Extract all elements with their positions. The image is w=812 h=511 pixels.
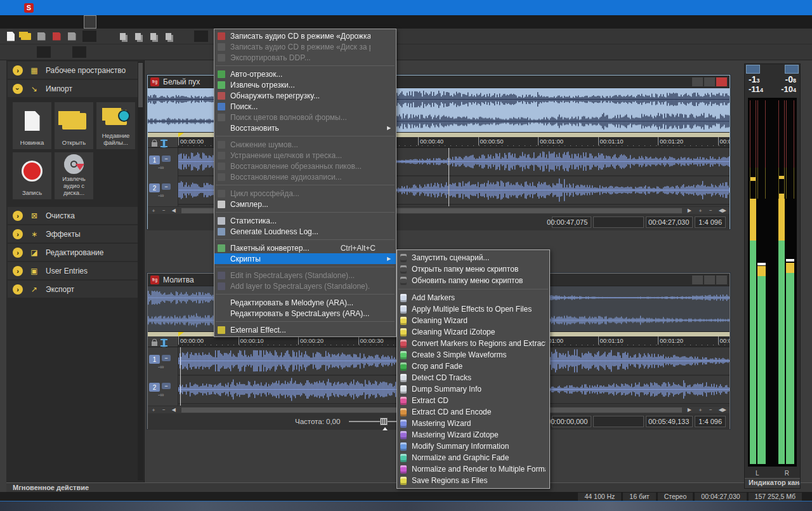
lock-icon[interactable] bbox=[152, 142, 157, 147]
submenu-item[interactable]: Mastering Wizard iZotope bbox=[397, 429, 549, 441]
import-tile[interactable]: Недавние файлы... bbox=[96, 102, 135, 149]
menubar-item[interactable] bbox=[61, 15, 72, 29]
menu-item[interactable] bbox=[216, 294, 395, 295]
menubar-item[interactable] bbox=[49, 15, 61, 29]
menu-item[interactable]: Восстановление обрезанных пиков... bbox=[214, 161, 396, 171]
submenu-item[interactable]: Dump Summary Info bbox=[397, 383, 549, 395]
menubar-item[interactable] bbox=[15, 15, 27, 29]
transport-icon[interactable] bbox=[121, 46, 134, 58]
submenu-item[interactable]: Запустить сценарий... bbox=[397, 252, 549, 263]
toolbar-icon[interactable] bbox=[161, 30, 175, 43]
toolbar-icon[interactable] bbox=[19, 30, 33, 43]
menu-item[interactable]: Edit in SpectraLayers (Standalone)... bbox=[214, 270, 396, 281]
doc-window-button[interactable] bbox=[692, 77, 703, 86]
toolbar-icon[interactable] bbox=[100, 30, 114, 43]
sidebar-section[interactable]: › ▦ Рабочее пространство bbox=[8, 62, 138, 79]
submenu-item[interactable]: Detect CD Tracks bbox=[397, 372, 549, 383]
doc-window-button[interactable] bbox=[716, 77, 727, 86]
menu-item[interactable] bbox=[216, 185, 395, 185]
submenu-item[interactable]: Обновить папку меню скриптов bbox=[397, 275, 549, 286]
menu-item[interactable]: Add layer to SpectraLayers (Standalone).… bbox=[214, 281, 396, 291]
menubar-item[interactable] bbox=[72, 15, 84, 29]
submenu-item[interactable]: Apply Multiple Effects to Open Files bbox=[397, 303, 549, 315]
submenu-item[interactable]: Modify Summary Information bbox=[397, 441, 549, 452]
sidebar-section[interactable]: › ⊠ Очистка bbox=[8, 207, 138, 224]
transport-icon[interactable] bbox=[197, 46, 211, 58]
transport-icon[interactable] bbox=[181, 46, 195, 58]
transport-icon[interactable] bbox=[55, 46, 69, 58]
edit-tool-icon[interactable] bbox=[163, 339, 165, 347]
menubar-item[interactable] bbox=[119, 15, 131, 29]
menu-item[interactable]: Записать аудио CD в режиме «Диск за раз»… bbox=[214, 41, 396, 52]
channel-2-button[interactable]: 2 bbox=[149, 183, 160, 192]
menu-item[interactable]: Записать аудио CD в режиме «Дорожка за р… bbox=[214, 30, 396, 41]
doc-window-button[interactable] bbox=[716, 275, 727, 284]
menubar-item[interactable] bbox=[96, 15, 108, 29]
menu-item[interactable]: Цикл кроссфейда... bbox=[214, 188, 396, 199]
submenu-item[interactable]: Convert Markers to Regions and Extract bbox=[397, 338, 549, 349]
window-caption-button[interactable] bbox=[783, 0, 812, 15]
menu-item[interactable]: Generate Loudness Log... bbox=[214, 226, 396, 237]
menu-item[interactable]: Пакетный конвертер... Ctrl+Alt+C bbox=[214, 242, 396, 253]
channel-2-button[interactable]: 2 bbox=[149, 383, 160, 392]
menu-item[interactable]: Поиск цветов волновой формы... bbox=[214, 112, 396, 123]
window-caption-button[interactable] bbox=[755, 0, 783, 15]
menu-item[interactable] bbox=[216, 65, 395, 66]
channel-1-button[interactable]: 1 bbox=[149, 355, 160, 364]
menu-item[interactable]: Поиск... bbox=[214, 101, 396, 112]
transport-icon[interactable] bbox=[90, 46, 104, 58]
menu-item[interactable] bbox=[216, 212, 395, 213]
submenu-item[interactable]: Normalize and Graphic Fade bbox=[397, 452, 549, 463]
meter-tab[interactable] bbox=[746, 65, 760, 74]
import-tile[interactable]: Извлечь аудио с диска... bbox=[55, 152, 93, 199]
import-tile[interactable]: Новинка bbox=[13, 102, 51, 149]
transport-icon[interactable] bbox=[136, 46, 150, 58]
submenu-item[interactable]: Add Markers bbox=[397, 292, 549, 303]
toolbar-icon[interactable] bbox=[131, 30, 145, 43]
channel-collapse-button[interactable]: − bbox=[162, 383, 171, 389]
submenu-item[interactable]: Cleaning Wizard bbox=[397, 315, 549, 326]
menu-item[interactable] bbox=[216, 321, 395, 322]
sidebar-section[interactable]: › ↘ Импорт bbox=[8, 80, 138, 97]
toolbar-icon[interactable] bbox=[176, 30, 190, 43]
menu-item[interactable]: Редактировать в SpectraLayers (ARA)... bbox=[214, 308, 396, 319]
sidebar-section[interactable]: › ◪ Редактирование bbox=[8, 244, 138, 261]
menu-item[interactable]: External Effect... bbox=[214, 324, 396, 335]
toolbar-icon[interactable] bbox=[194, 30, 208, 42]
menu-item[interactable]: Извлечь отрезки... bbox=[214, 79, 396, 90]
toolbar-icon[interactable] bbox=[82, 30, 96, 42]
menu-item[interactable] bbox=[216, 267, 395, 267]
menu-item[interactable]: Экспортировать DDP... bbox=[214, 52, 396, 63]
doc-window-button[interactable] bbox=[704, 275, 715, 284]
submenu-item[interactable]: Extract CD and Encode bbox=[397, 406, 549, 418]
submenu-item[interactable] bbox=[398, 289, 548, 289]
menu-item[interactable]: Восстановление аудиозаписи... bbox=[214, 171, 396, 182]
toolbar-icon[interactable] bbox=[34, 30, 48, 43]
sidebar-section[interactable]: › ∗ Эффекты bbox=[8, 225, 138, 242]
submenu-item[interactable]: Normalize and Render to Multiple Formats bbox=[397, 463, 549, 475]
toolbar-icon[interactable] bbox=[115, 30, 129, 43]
menu-item[interactable]: Редактировать в Melodyne (ARA)... bbox=[214, 297, 396, 308]
channel-1-button[interactable]: 1 bbox=[149, 156, 160, 164]
submenu-item[interactable]: Cleaning Wizard iZotope bbox=[397, 326, 549, 338]
transport-icon[interactable] bbox=[72, 46, 86, 58]
import-tile[interactable]: Открыть bbox=[55, 102, 93, 149]
toolbar-icon[interactable] bbox=[49, 30, 63, 43]
menu-item[interactable]: Авто-отрезок... bbox=[214, 69, 396, 79]
sidebar-section[interactable]: › ▣ User Entries bbox=[8, 262, 138, 279]
transport-icon[interactable] bbox=[37, 46, 51, 58]
menu-item[interactable]: Сэмплер... bbox=[214, 199, 396, 209]
toolbar-icon[interactable] bbox=[65, 30, 79, 43]
menubar-item[interactable] bbox=[27, 15, 38, 29]
menubar-item[interactable] bbox=[131, 15, 142, 29]
doc-window-button[interactable] bbox=[704, 77, 715, 86]
menu-item[interactable]: Устранение щелчков и треска... bbox=[214, 150, 396, 161]
channel-collapse-button[interactable]: − bbox=[162, 156, 171, 162]
submenu-item[interactable]: Открыть папку меню скриптов bbox=[397, 263, 549, 275]
menu-item[interactable]: Обнаружить перегрузку... bbox=[214, 90, 396, 101]
menubar-item[interactable] bbox=[4, 15, 15, 29]
window-caption-button[interactable] bbox=[726, 0, 755, 15]
menu-item[interactable]: Восстановить ▶ bbox=[214, 123, 396, 133]
edit-tool-icon[interactable] bbox=[163, 140, 165, 147]
submenu-item[interactable]: Mastering Wizard bbox=[397, 418, 549, 429]
